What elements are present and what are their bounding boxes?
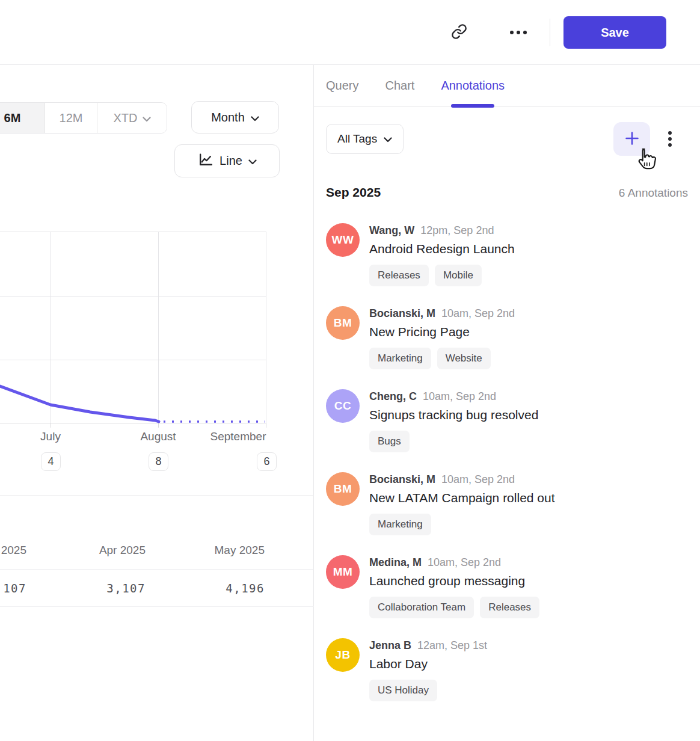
annotation-author: Bocianski, M	[369, 472, 435, 487]
avatar: BM	[326, 472, 360, 506]
tab-query[interactable]: Query	[326, 65, 358, 107]
annotation-item[interactable]: MM Medina, M 10am, Sep 2nd Launched grou…	[326, 555, 693, 618]
chevron-down-icon	[251, 111, 259, 125]
annotation-count-badge-september[interactable]: 6	[257, 452, 277, 471]
date-range-segmented-control: 6M 12M XTD	[0, 102, 167, 134]
annotation-tag[interactable]: US Holiday	[369, 680, 437, 701]
avatar: MM	[326, 555, 360, 589]
plus-icon	[624, 130, 640, 149]
panel-tabs: Query Chart Annotations	[314, 65, 700, 107]
results-table: 2025 Apr 2025 May 2025 107 3,107 4,196	[0, 495, 314, 607]
line-chart[interactable]	[0, 232, 271, 430]
annotation-tag[interactable]: Marketing	[369, 348, 431, 369]
tab-chart[interactable]: Chart	[385, 65, 414, 107]
tab-annotations[interactable]: Annotations	[441, 65, 505, 107]
annotation-author: Bocianski, M	[369, 306, 435, 321]
range-button-6m[interactable]: 6M	[0, 103, 45, 133]
annotation-item[interactable]: JB Jenna B 12am, Sep 1st Labor Day US Ho…	[326, 638, 693, 701]
chart-line-solid	[0, 386, 159, 422]
annotation-tag[interactable]: Mobile	[435, 265, 482, 286]
annotation-item[interactable]: WW Wang, W 12pm, Sep 2nd Android Redesig…	[326, 223, 693, 286]
annotation-item[interactable]: CC Cheng, C 10am, Sep 2nd Signups tracki…	[326, 389, 693, 452]
annotation-tag[interactable]: Collaboration Team	[369, 597, 474, 618]
annotation-title: New LATAM Campaign rolled out	[369, 488, 555, 508]
annotations-count: 6 Annotations	[619, 186, 688, 200]
annotation-timestamp: 10am, Sep 2nd	[423, 389, 496, 404]
annotation-tag[interactable]: Releases	[480, 597, 539, 618]
chevron-down-icon	[384, 132, 392, 146]
chart-type-dropdown[interactable]: Line	[174, 144, 280, 177]
table-value-cell: 107	[0, 582, 26, 595]
table-header-cell: Apr 2025	[43, 544, 146, 557]
avatar: WW	[326, 223, 360, 257]
annotations-list: WW Wang, W 12pm, Sep 2nd Android Redesig…	[326, 223, 693, 701]
annotation-author: Wang, W	[369, 223, 414, 238]
annotation-author: Cheng, C	[369, 389, 417, 404]
range-button-12m[interactable]: 12M	[45, 103, 97, 133]
annotation-timestamp: 10am, Sep 2nd	[441, 306, 515, 321]
annotation-timestamp: 10am, Sep 2nd	[441, 472, 515, 487]
save-button[interactable]: Save	[563, 16, 666, 49]
active-tab-underline	[451, 104, 494, 108]
annotation-tag[interactable]: Website	[437, 348, 491, 369]
annotation-title: Android Redesign Launch	[369, 239, 515, 259]
chart-panel: 6M 12M XTD Month Line	[0, 65, 314, 741]
app-window: Save 6M 12M XTD Month	[0, 0, 700, 741]
copy-link-button[interactable]	[447, 22, 470, 43]
table-value-cell: 3,107	[43, 582, 146, 595]
annotation-author: Jenna B	[369, 638, 411, 653]
table-value-cell: 4,196	[162, 582, 265, 595]
top-toolbar: Save	[0, 0, 700, 65]
annotation-title: New Pricing Page	[369, 322, 515, 342]
annotations-section-header: Sep 2025 6 Annotations	[326, 185, 688, 200]
granularity-dropdown[interactable]: Month	[191, 101, 279, 134]
annotation-title: Signups tracking bug resolved	[369, 405, 538, 425]
x-axis-label: July	[14, 430, 87, 443]
chevron-down-icon	[248, 154, 257, 168]
table-row: 107 3,107 4,196	[0, 570, 314, 607]
annotation-tag[interactable]: Bugs	[369, 431, 410, 452]
more-horizontal-icon	[510, 31, 527, 34]
table-header-cell: May 2025	[162, 544, 265, 557]
table-header-cell: 2025	[0, 544, 26, 557]
table-header-row: 2025 Apr 2025 May 2025	[0, 496, 314, 570]
annotation-timestamp: 10am, Sep 2nd	[428, 555, 501, 570]
annotations-panel: Query Chart Annotations All Tags	[314, 65, 700, 741]
x-axis-label: August	[122, 430, 194, 443]
annotation-tag[interactable]: Marketing	[369, 514, 431, 535]
chevron-down-icon	[143, 111, 151, 125]
tag-filter-dropdown[interactable]: All Tags	[326, 124, 404, 154]
link-icon	[451, 23, 467, 42]
annotation-timestamp: 12pm, Sep 2nd	[420, 223, 494, 238]
range-button-xtd[interactable]: XTD	[97, 103, 167, 133]
annotation-title: Launched group messaging	[369, 571, 539, 591]
avatar: BM	[326, 306, 360, 340]
annotations-menu-button[interactable]	[663, 127, 677, 151]
toolbar-divider	[550, 19, 550, 46]
annotation-author: Medina, M	[369, 555, 422, 570]
annotation-timestamp: 12am, Sep 1st	[417, 638, 487, 653]
more-options-button[interactable]	[505, 22, 532, 43]
annotation-count-badge-july[interactable]: 4	[41, 452, 61, 471]
x-axis-label: September	[202, 430, 274, 443]
annotation-item[interactable]: BM Bocianski, M 10am, Sep 2nd New Pricin…	[326, 306, 693, 369]
avatar: JB	[326, 638, 360, 672]
annotation-tag[interactable]: Releases	[369, 265, 429, 286]
line-chart-icon	[197, 152, 213, 171]
annotation-item[interactable]: BM Bocianski, M 10am, Sep 2nd New LATAM …	[326, 472, 693, 535]
avatar: CC	[326, 389, 360, 423]
annotation-title: Labor Day	[369, 654, 487, 674]
add-annotation-button[interactable]	[613, 122, 650, 156]
section-month-title: Sep 2025	[326, 185, 381, 200]
annotation-count-badge-august[interactable]: 8	[149, 452, 168, 471]
kebab-menu-icon	[668, 131, 672, 147]
